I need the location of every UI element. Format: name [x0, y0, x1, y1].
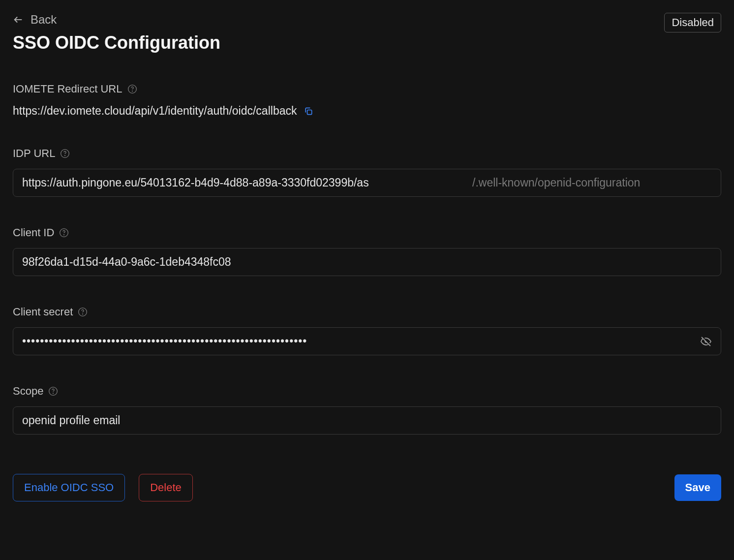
- save-button[interactable]: Save: [674, 474, 721, 501]
- copy-icon[interactable]: [304, 106, 313, 116]
- delete-button[interactable]: Delete: [139, 474, 193, 501]
- help-icon[interactable]: [78, 307, 88, 317]
- eye-off-icon[interactable]: [700, 336, 712, 347]
- svg-point-2: [132, 91, 132, 92]
- client-id-input[interactable]: [13, 248, 721, 276]
- help-icon[interactable]: [127, 84, 137, 94]
- scope-input[interactable]: [13, 406, 721, 435]
- client-secret-input-wrapper: [13, 327, 721, 355]
- enable-oidc-sso-button[interactable]: Enable OIDC SSO: [13, 474, 125, 501]
- idp-url-group: IDP URL /.well-known/openid-configuratio…: [13, 147, 721, 197]
- client-id-label: Client ID: [13, 226, 54, 239]
- client-secret-label: Client secret: [13, 306, 73, 318]
- svg-point-7: [64, 235, 64, 235]
- client-secret-group: Client secret: [13, 306, 721, 355]
- client-secret-input[interactable]: [22, 332, 700, 351]
- help-icon[interactable]: [59, 228, 69, 238]
- idp-url-input-wrapper: /.well-known/openid-configuration: [13, 169, 721, 197]
- redirect-url-group: IOMETE Redirect URL https://dev.iomete.c…: [13, 83, 721, 118]
- redirect-url-label: IOMETE Redirect URL: [13, 83, 122, 95]
- scope-label: Scope: [13, 385, 43, 398]
- redirect-url-value: https://dev.iomete.cloud/api/v1/identity…: [13, 104, 297, 118]
- scope-group: Scope: [13, 385, 721, 435]
- idp-url-suffix: /.well-known/openid-configuration: [470, 176, 640, 189]
- help-icon[interactable]: [48, 386, 58, 396]
- svg-point-9: [83, 314, 83, 314]
- svg-point-11: [53, 393, 54, 394]
- svg-point-5: [65, 156, 65, 156]
- svg-rect-3: [307, 110, 312, 114]
- client-id-group: Client ID: [13, 226, 721, 276]
- back-link[interactable]: Back: [13, 13, 57, 27]
- status-badge: Disabled: [664, 13, 721, 32]
- idp-url-input[interactable]: [22, 176, 470, 189]
- arrow-left-icon: [13, 14, 24, 25]
- footer-actions: Enable OIDC SSO Delete Save: [13, 474, 721, 501]
- help-icon[interactable]: [60, 149, 70, 158]
- page-title: SSO OIDC Configuration: [13, 32, 220, 53]
- idp-url-label: IDP URL: [13, 147, 55, 160]
- back-label: Back: [31, 13, 57, 27]
